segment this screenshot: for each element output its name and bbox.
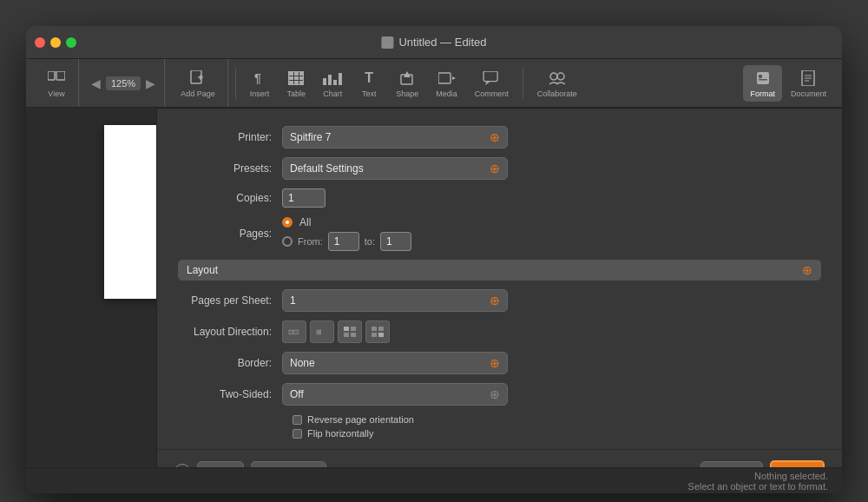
copies-input[interactable]: [282, 188, 326, 208]
svg-rect-14: [757, 72, 769, 84]
pages-to-input[interactable]: [380, 232, 411, 251]
minimize-button[interactable]: [50, 37, 61, 48]
two-sided-select[interactable]: Off ⊕: [282, 383, 508, 406]
collaborate-label: Collaborate: [537, 89, 577, 98]
format-button[interactable]: Format: [743, 65, 782, 102]
copies-label: Copies:: [178, 192, 282, 204]
copies-control: [282, 188, 508, 208]
zoom-out-icon[interactable]: ◀: [88, 73, 104, 94]
border-select[interactable]: None ⊕: [282, 352, 508, 374]
border-select-arrow: ⊕: [490, 356, 500, 370]
media-button[interactable]: Media: [429, 65, 464, 102]
insert-button[interactable]: ¶ Insert: [243, 65, 277, 102]
pages-control: All From: to:: [282, 216, 508, 251]
comment-icon: [482, 69, 501, 88]
reverse-orientation-checkbox[interactable]: [293, 415, 302, 425]
svg-rect-24: [344, 327, 349, 331]
pages-all-radio[interactable]: [282, 217, 293, 228]
insert-label: Insert: [250, 89, 270, 98]
chart-label: Chart: [323, 89, 342, 98]
toolbar-divider-1: [235, 68, 236, 99]
media-icon: [437, 69, 457, 88]
pages-from-input[interactable]: [328, 232, 359, 251]
text-button[interactable]: T Text: [352, 65, 385, 102]
svg-text:¶: ¶: [254, 71, 261, 85]
pages-per-sheet-select[interactable]: 1 ⊕: [282, 289, 508, 312]
printer-select-arrow: ⊕: [490, 130, 500, 144]
shape-label: Shape: [396, 89, 418, 98]
border-label: Border:: [178, 357, 282, 369]
format-icon: [753, 69, 773, 88]
traffic-lights: [35, 37, 76, 48]
reverse-orientation-row: Reverse page orientation: [293, 414, 821, 425]
printer-select[interactable]: Spitfire 7 ⊕: [282, 126, 508, 149]
svg-text:⊡: ⊡: [293, 328, 299, 336]
pages-to-label: to:: [365, 236, 375, 247]
svg-rect-27: [351, 333, 356, 337]
collaborate-button[interactable]: Collaborate: [530, 65, 584, 102]
svg-rect-30: [372, 333, 377, 337]
layout-icon-4[interactable]: [365, 320, 390, 343]
document-icon: [799, 69, 818, 88]
zoom-value[interactable]: 125%: [106, 76, 141, 90]
flip-horizontally-checkbox[interactable]: [293, 429, 302, 439]
two-sided-row: Two-Sided: Off ⊕: [178, 383, 821, 406]
status-line-2: Select an object or text to format.: [688, 481, 828, 492]
pages-from-label: From:: [298, 236, 323, 247]
svg-text:⊞: ⊞: [316, 328, 322, 336]
pages-all-label: All: [299, 216, 311, 228]
maximize-button[interactable]: [66, 37, 76, 48]
text-icon: T: [359, 69, 378, 88]
pages-per-sheet-arrow: ⊕: [490, 294, 500, 307]
printer-label: Printer:: [178, 131, 282, 143]
layout-icon-1[interactable]: ⊡ ⊡: [282, 320, 306, 343]
pages-per-sheet-control: 1 ⊕: [282, 289, 508, 312]
layout-direction-control: ⊡ ⊡ ⊞: [282, 320, 508, 343]
svg-marker-9: [452, 76, 456, 80]
pages-all-row: All: [282, 216, 508, 228]
close-button[interactable]: [35, 37, 45, 48]
presets-row: Presets: Default Settings ⊕: [178, 157, 821, 180]
reverse-orientation-label: Reverse page orientation: [307, 414, 414, 425]
text-label: Text: [362, 89, 377, 98]
collaborate-icon: [548, 69, 567, 88]
chart-button[interactable]: Chart: [316, 65, 349, 102]
svg-point-13: [557, 73, 564, 80]
border-row: Border: None ⊕: [178, 352, 821, 374]
pages-per-sheet-row: Pages per Sheet: 1 ⊕: [178, 289, 821, 312]
pages-row: Pages: All From: to:: [178, 216, 821, 251]
svg-rect-0: [48, 71, 55, 80]
pages-range-row: From: to:: [282, 232, 508, 251]
layout-section-header[interactable]: Layout ⊕: [178, 260, 821, 281]
presets-select[interactable]: Default Settings ⊕: [282, 157, 508, 180]
add-page-button[interactable]: Add Page: [174, 65, 222, 102]
checkbox-group: Reverse page orientation Flip horizontal…: [178, 414, 821, 439]
pages-radio-group: All From: to:: [282, 216, 508, 251]
media-label: Media: [436, 89, 457, 98]
table-button[interactable]: Table: [279, 65, 312, 102]
app-window: Untitled — Edited View ◀ 125% ▶: [26, 26, 842, 493]
border-control: None ⊕: [282, 352, 508, 374]
document-button[interactable]: Document: [784, 65, 833, 102]
presets-label: Presets:: [178, 162, 282, 175]
comment-button[interactable]: Comment: [468, 65, 516, 102]
view-label: View: [48, 89, 64, 98]
svg-rect-26: [344, 333, 349, 337]
chart-icon: [323, 69, 342, 88]
shape-button[interactable]: Shape: [389, 65, 425, 102]
toolbar: View ◀ 125% ▶ Add Page: [26, 59, 842, 108]
layout-section-arrow: ⊕: [802, 263, 812, 277]
toolbar-group-addpage: Add Page: [168, 59, 228, 107]
layout-icon-2[interactable]: ⊞: [310, 320, 334, 343]
insert-icon: ¶: [250, 69, 269, 88]
svg-rect-29: [378, 327, 384, 331]
zoom-in-icon[interactable]: ▶: [142, 73, 159, 94]
view-button[interactable]: View: [40, 65, 73, 102]
layout-direction-row: Layout Direction: ⊡ ⊡ ⊞: [178, 320, 821, 343]
document-icon: [381, 36, 393, 49]
layout-icon-3[interactable]: [338, 320, 362, 343]
pages-range-radio[interactable]: [282, 236, 293, 247]
printer-row: Printer: Spitfire 7 ⊕: [178, 126, 821, 149]
printer-control: Spitfire 7 ⊕: [282, 126, 508, 149]
layout-icons: ⊡ ⊡ ⊞: [282, 320, 508, 343]
